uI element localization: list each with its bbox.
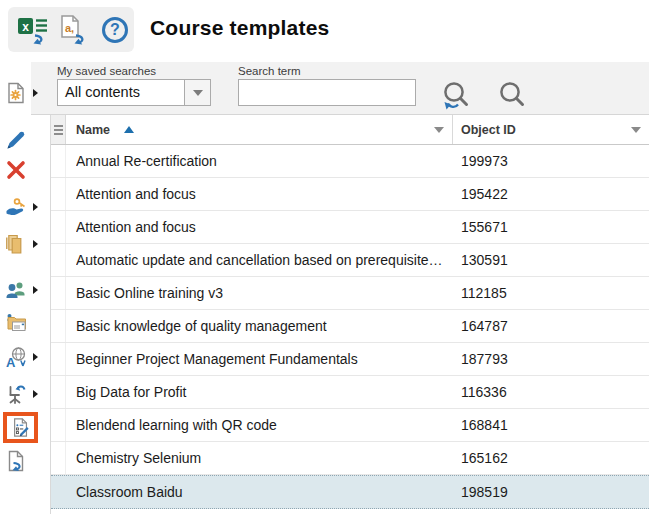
export-as-text-button[interactable]: a, [58, 15, 90, 45]
sidebar-item-assign[interactable] [5, 196, 27, 218]
saved-searches-select[interactable]: All contents [57, 79, 211, 106]
search-control-bar: My saved searches All contents Search te… [31, 62, 649, 115]
row-name-cell[interactable]: Blendend learning with QR code [66, 409, 453, 441]
sidebar-item-edit-details-highlighted[interactable] [3, 412, 38, 443]
row-object-id-text: 168841 [461, 417, 508, 433]
table-row[interactable]: Basic Online training v3 112185 [51, 277, 649, 310]
row-object-id-cell[interactable]: 112185 [453, 277, 649, 309]
sidebar-item-translate[interactable]: A [5, 346, 27, 368]
submenu-arrow-icon[interactable] [33, 203, 38, 211]
row-handle-cell [51, 409, 66, 441]
row-object-id-cell[interactable]: 195422 [453, 178, 649, 210]
row-handle-cell [51, 178, 66, 210]
svg-text:a,: a, [65, 21, 74, 33]
table-row[interactable]: Attention and focus 155671 [51, 211, 649, 244]
row-object-id-cell[interactable]: 165162 [453, 442, 649, 474]
row-name-text: Attention and focus [76, 186, 196, 202]
people-icon [5, 279, 27, 301]
sidebar-item-mailing[interactable] [5, 311, 27, 333]
row-object-id-text: 116336 [461, 384, 507, 400]
table-row[interactable]: Big Data for Profit 116336 [51, 376, 649, 409]
help-button[interactable]: ? [99, 15, 131, 45]
row-object-id-cell[interactable]: 187793 [453, 343, 649, 375]
sidebar-item-copy[interactable] [5, 233, 27, 255]
search-term-input[interactable] [238, 79, 416, 106]
row-name-cell[interactable]: Basic knowledge of quality management [66, 310, 453, 342]
course-templates-table: Name Object ID Annual Re-certification 1… [50, 115, 649, 514]
sidebar-item-edit[interactable] [5, 129, 27, 151]
row-object-id-cell[interactable]: 199973 [453, 145, 649, 177]
saved-searches-label: My saved searches [57, 65, 156, 77]
row-object-id-cell[interactable]: 155671 [453, 211, 649, 243]
edit-details-icon [11, 417, 31, 438]
svg-text:A: A [6, 355, 16, 369]
sidebar-item-export-document[interactable] [5, 450, 27, 472]
hand-key-icon [5, 196, 27, 218]
copy-icon [5, 233, 27, 255]
object-id-filter-dropdown-icon[interactable] [631, 127, 641, 133]
table-row[interactable]: Attention and focus 195422 [51, 178, 649, 211]
search-redo-icon [439, 80, 473, 112]
name-filter-dropdown-icon[interactable] [434, 127, 444, 133]
action-sidebar: A [0, 62, 44, 514]
row-object-id-cell[interactable]: 198519 [453, 476, 649, 508]
row-name-text: Annual Re-certification [76, 153, 217, 169]
row-name-cell[interactable]: Basic Online training v3 [66, 277, 453, 309]
submenu-arrow-icon[interactable] [33, 353, 38, 361]
translate-globe-icon: A [5, 346, 27, 368]
column-options-button[interactable] [51, 115, 66, 144]
mailing-icon [5, 311, 27, 333]
column-header-name[interactable]: Name [66, 115, 453, 144]
row-handle-cell [51, 244, 66, 276]
table-row[interactable]: Basic knowledge of quality management 16… [51, 310, 649, 343]
row-handle-cell [51, 343, 66, 375]
table-row[interactable]: Annual Re-certification 199973 [51, 145, 649, 178]
row-name-cell[interactable]: Beginner Project Management Fundamentals [66, 343, 453, 375]
row-name-text: Basic Online training v3 [76, 285, 223, 301]
row-handle-cell [51, 376, 66, 408]
text-export-icon: a, [59, 15, 89, 45]
rerun-search-button[interactable] [439, 80, 473, 112]
row-object-id-cell[interactable]: 116336 [453, 376, 649, 408]
row-object-id-cell[interactable]: 130591 [453, 244, 649, 276]
sort-ascending-icon [124, 126, 134, 133]
row-object-id-text: 130591 [461, 252, 508, 268]
column-header-object-id[interactable]: Object ID [453, 115, 649, 144]
chevron-down-icon [193, 90, 203, 96]
saved-searches-value: All contents [58, 80, 184, 105]
row-object-id-text: 155671 [461, 219, 508, 235]
row-name-cell[interactable]: Big Data for Profit [66, 376, 453, 408]
row-object-id-cell[interactable]: 164787 [453, 310, 649, 342]
row-object-id-text: 164787 [461, 318, 508, 334]
submenu-arrow-icon[interactable] [33, 89, 38, 97]
row-handle-cell [51, 310, 66, 342]
row-object-id-text: 195422 [461, 186, 508, 202]
row-name-cell[interactable]: Classroom Baidu [66, 476, 453, 508]
table-row[interactable]: Blendend learning with QR code 168841 [51, 409, 649, 442]
table-row[interactable]: Beginner Project Management Fundamentals… [51, 343, 649, 376]
table-row[interactable]: Chemistry Selenium 165162 [51, 442, 649, 475]
row-name-cell[interactable]: Attention and focus [66, 211, 453, 243]
row-name-text: Chemistry Selenium [76, 450, 201, 466]
table-row[interactable]: Automatic update and cancellation based … [51, 244, 649, 277]
sidebar-item-delete[interactable] [5, 159, 27, 181]
submenu-arrow-icon[interactable] [33, 390, 38, 398]
row-name-cell[interactable]: Chemistry Selenium [66, 442, 453, 474]
row-name-cell[interactable]: Annual Re-certification [66, 145, 453, 177]
row-name-cell[interactable]: Attention and focus [66, 178, 453, 210]
row-object-id-cell[interactable]: 168841 [453, 409, 649, 441]
saved-searches-dropdown-button[interactable] [184, 80, 210, 105]
hamburger-icon [54, 125, 63, 127]
sidebar-item-participants[interactable] [5, 279, 27, 301]
submenu-arrow-icon[interactable] [33, 286, 38, 294]
table-row[interactable]: Classroom Baidu 198519 [51, 475, 649, 509]
table-header: Name Object ID [51, 115, 649, 145]
export-document-icon [5, 450, 27, 472]
help-icon: ? [102, 17, 128, 43]
sidebar-item-sessions[interactable] [5, 383, 27, 405]
sidebar-item-new-template[interactable] [5, 82, 27, 104]
submenu-arrow-icon[interactable] [33, 240, 38, 248]
row-name-cell[interactable]: Automatic update and cancellation based … [66, 244, 453, 276]
export-to-excel-button[interactable]: x [17, 15, 49, 45]
search-button[interactable] [497, 80, 531, 112]
